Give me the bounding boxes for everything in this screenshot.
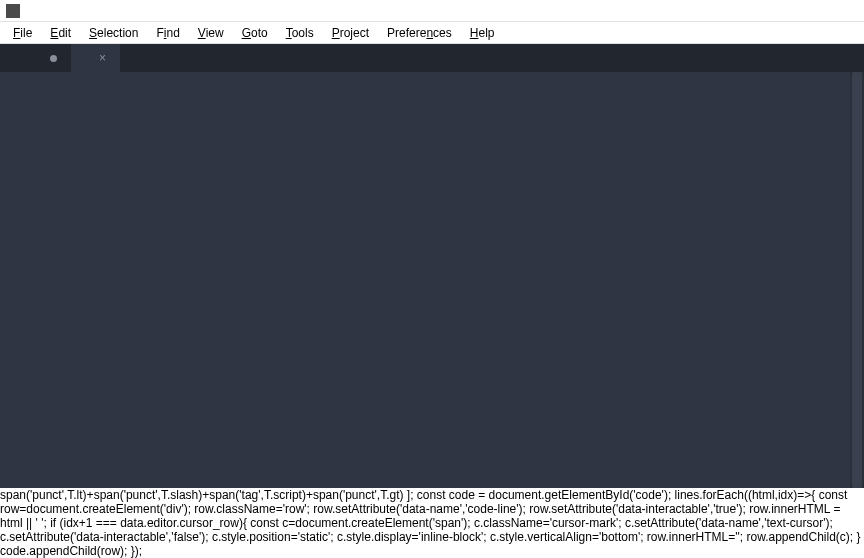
dirty-indicator-icon — [50, 55, 57, 62]
line-gutter — [0, 72, 44, 488]
tab-bar: × — [0, 44, 864, 72]
vertical-scrollbar[interactable] — [850, 72, 864, 488]
close-icon[interactable]: × — [99, 52, 106, 64]
nav-arrows — [0, 44, 22, 72]
menu-tools[interactable]: Tools — [277, 24, 323, 42]
menu-view[interactable]: View — [189, 24, 233, 42]
tab-diferencia[interactable]: × — [71, 44, 120, 72]
workspace: × — [0, 44, 864, 488]
code-editor[interactable] — [0, 72, 864, 488]
menu-selection[interactable]: Selection — [80, 24, 147, 42]
menu-file[interactable]: File — [4, 24, 41, 42]
menu-preferences[interactable]: Preferences — [378, 24, 461, 42]
menu-help[interactable]: Help — [461, 24, 504, 42]
tab-programa[interactable] — [22, 44, 71, 72]
code-area[interactable] — [44, 72, 864, 488]
menu-goto[interactable]: Goto — [233, 24, 277, 42]
scrollbar-thumb[interactable] — [852, 72, 862, 488]
menu-bar: File Edit Selection Find View Goto Tools… — [0, 22, 864, 44]
title-bar — [0, 0, 864, 22]
app-icon — [6, 4, 20, 18]
menu-find[interactable]: Find — [147, 24, 188, 42]
menu-project[interactable]: Project — [323, 24, 378, 42]
menu-edit[interactable]: Edit — [41, 24, 80, 42]
